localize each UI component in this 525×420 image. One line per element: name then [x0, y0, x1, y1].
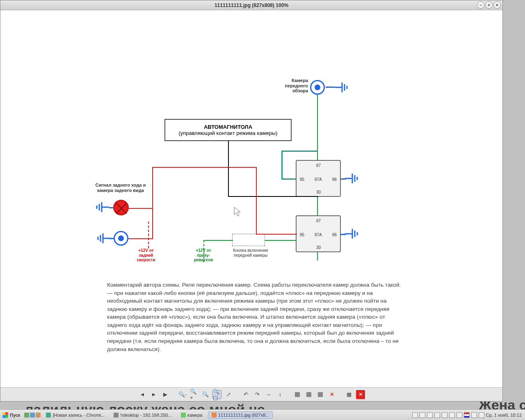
reverse-lamp-icon [113, 200, 129, 215]
taskbar-item-camera[interactable]: камера [177, 411, 206, 419]
tray-icon[interactable] [412, 412, 418, 418]
viewer-canvas[interactable]: АВТОМАГНИТОЛА (управляющий контакт режим… [0, 10, 502, 387]
mouse-cursor-icon [233, 206, 242, 217]
tool-3-button[interactable] [316, 390, 325, 399]
ground-icon [335, 80, 351, 95]
start-button[interactable]: Пуск [0, 412, 23, 418]
diagram-description: Комментарий автора схемы. Реле переключе… [107, 281, 406, 353]
front-camera-icon [310, 80, 325, 95]
taskbar-item-label: камера [187, 413, 203, 418]
close-viewer-button[interactable]: ✕ [356, 390, 365, 399]
taskbar-item-label: !rdesktop - 192.168.250... [120, 413, 171, 418]
next-button[interactable]: ► [149, 390, 158, 399]
system-tray: Ср, 1 нояб, 10:12 [412, 412, 525, 418]
pin-label: 85 [300, 177, 304, 182]
tray-icon[interactable] [442, 412, 447, 418]
tray-icon[interactable] [420, 412, 425, 418]
wiring-diagram: АВТОМАГНИТОЛА (управляющий контакт режим… [87, 59, 423, 289]
tray-icon[interactable] [457, 412, 462, 418]
clock[interactable]: Ср, 1 нояб, 10:12 [486, 413, 522, 418]
settings-button[interactable]: ▦ [345, 390, 354, 399]
delete-button[interactable]: ✕ [327, 390, 336, 399]
window-title: 1111111111.jpg (827x808) 100% [215, 2, 288, 8]
taskbar-item-label: 1111111111.jpg (827x8... [218, 413, 269, 418]
quicklaunch-icon[interactable] [30, 413, 35, 418]
tray-icon[interactable] [471, 412, 477, 418]
stereo-title: АВТОМАГНИТОЛА [178, 124, 278, 130]
prev-button[interactable]: ◄ [138, 390, 147, 399]
ground-icon [93, 200, 109, 215]
tray-icon[interactable] [434, 412, 440, 418]
stereo-box: АВТОМАГНИТОЛА (управляющий контакт режим… [164, 119, 292, 141]
ground-icon [345, 226, 361, 241]
stereo-subtitle: (управляющий контакт режима камеры) [178, 130, 278, 136]
taskbar-item-label: [Новая запись - Chromi... [52, 413, 105, 418]
power-rear-label: +12V от задней скорости [132, 248, 160, 262]
tray-icon[interactable] [427, 412, 433, 418]
fit-window-button[interactable]: ⤢ [224, 390, 233, 399]
pin-label: 30 [316, 245, 321, 250]
pin-label: 87 [316, 219, 321, 223]
tool-2-button[interactable] [304, 390, 313, 399]
zoom-out-button[interactable]: 🔍- [178, 390, 187, 399]
play-button[interactable]: ▶ [161, 390, 170, 399]
relay-2: 87 87A 85 86 30 [296, 215, 341, 252]
pin-label: 87 [316, 163, 321, 168]
ground-icon [345, 171, 361, 186]
start-label: Пуск [10, 413, 20, 418]
flip-v-button[interactable]: ↕ [276, 390, 285, 399]
tray-icon[interactable] [449, 412, 455, 418]
quicklaunch-icon[interactable] [24, 413, 29, 418]
pin-label: 86 [332, 177, 337, 182]
relay-1: 87 87A 85 86 30 [296, 160, 341, 197]
taskbar-item-rdesktop[interactable]: !rdesktop - 192.168.250... [110, 411, 175, 419]
pin-label: 86 [332, 233, 337, 237]
front-camera-switch [232, 234, 265, 246]
ground-icon [94, 231, 110, 246]
pin-label: 87A [315, 177, 322, 182]
rear-camera-icon [114, 231, 128, 246]
zoom-in-button[interactable]: 🔍+ [189, 390, 199, 399]
start-logo-icon [2, 412, 8, 418]
taskbar-item-chromium[interactable]: [Новая запись - Chromi... [42, 411, 108, 419]
rear-camera-label: Сигнал заднего хода и камера заднего вид… [90, 183, 151, 193]
pin-label: 87A [315, 233, 322, 237]
image-viewer-window: 1111111111.jpg (827x808) 100% – + × АВТО… [0, 0, 503, 402]
tray-icon[interactable] [479, 412, 484, 418]
close-button[interactable]: × [493, 1, 501, 9]
front-camera-label: Камера переднего обзора [275, 78, 308, 94]
switch-label: Кнопка включения передней камеры [228, 248, 273, 258]
taskbar-item-image[interactable]: 1111111111.jpg (827x8... [208, 411, 273, 419]
zoom-fit-button[interactable]: 🔍▢ [212, 390, 221, 399]
zoom-reset-button[interactable]: 🔍 [201, 390, 210, 399]
quicklaunch-icon[interactable] [36, 413, 41, 418]
minimize-button[interactable]: – [477, 1, 484, 9]
maximize-button[interactable]: + [485, 1, 493, 9]
taskbar[interactable]: Пуск [Новая запись - Chromi... !rdesktop… [0, 409, 525, 420]
rotate-ccw-button[interactable]: ↶ [241, 390, 250, 399]
flip-h-button[interactable]: ↔ [264, 390, 273, 399]
pin-label: 30 [316, 190, 321, 194]
keyboard-layout-icon[interactable] [464, 412, 470, 418]
rotate-cw-button[interactable]: ↷ [253, 390, 262, 399]
viewer-toolbar: ◄ ► ▶ 🔍- 🔍+ 🔍 🔍▢ ⤢ ↶ ↷ ↔ ↕ ✕ ▦ ✕ [0, 387, 502, 401]
titlebar[interactable]: 1111111111.jpg (827x808) 100% – + × [0, 0, 502, 10]
pin-label: 85 [300, 233, 304, 237]
tool-1-button[interactable] [293, 390, 302, 399]
